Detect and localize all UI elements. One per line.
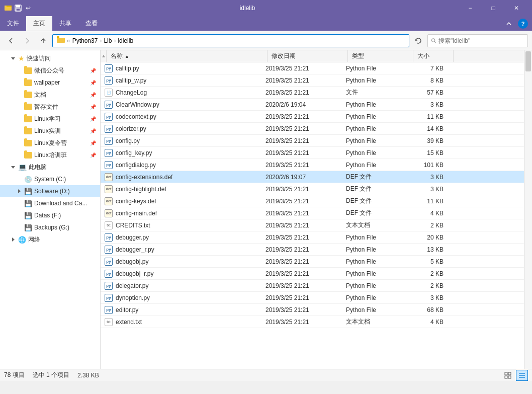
file-date: 2019/3/25 21:21 (261, 147, 342, 159)
refresh-button[interactable] (411, 34, 425, 48)
view-list-button[interactable] (516, 370, 528, 381)
file-date: 2019/3/25 21:21 (261, 135, 342, 146)
sort-indicator (102, 54, 106, 58)
sidebar-item-linux-train[interactable]: Linux实训 📌 (0, 125, 100, 137)
sidebar-section-this-pc[interactable]: 💻 此电脑 (0, 161, 100, 173)
sidebar-section-quick-access[interactable]: ★ 快速访问 (0, 52, 100, 64)
file-row[interactable]: py config_key.py 2019/3/25 21:21 Python … (101, 147, 524, 159)
forward-button[interactable] (20, 34, 34, 48)
file-row[interactable]: txt extend.txt 2019/3/25 21:21 文本文档 4 KB (101, 316, 524, 328)
file-row[interactable]: def config-highlight.def 2019/3/25 21:21… (101, 183, 524, 195)
svg-rect-12 (508, 372, 511, 375)
file-row[interactable]: py debugobj_r.py 2019/3/25 21:21 Python … (101, 268, 524, 280)
window-title: idlelib (36, 5, 459, 12)
help-btn[interactable]: ? (518, 19, 528, 29)
file-row[interactable]: py calltip.py 2019/3/25 21:21 Python Fil… (101, 62, 524, 74)
sidebar-item-wechat[interactable]: 微信公众号 📌 (0, 64, 100, 76)
file-list: py calltip.py 2019/3/25 21:21 Python Fil… (101, 62, 524, 369)
path-part-python37[interactable]: Python37 (72, 37, 98, 44)
def-file-icon: def (105, 185, 113, 193)
file-date: 2019/3/25 21:21 (261, 280, 342, 291)
file-row[interactable]: py delegator.py 2019/3/25 21:21 Python F… (101, 280, 524, 292)
search-icon (431, 38, 436, 44)
tab-file[interactable]: 文件 (0, 16, 26, 31)
tab-view[interactable]: 查看 (78, 16, 105, 31)
file-name: py config_key.py (101, 147, 261, 159)
file-row[interactable]: def config-main.def 2019/3/25 21:21 DEF … (101, 207, 524, 219)
minimize-button[interactable]: − (459, 0, 482, 16)
file-type: Python File (342, 111, 407, 122)
search-input[interactable] (438, 37, 524, 44)
file-name: py calltip.py (101, 62, 261, 74)
file-date: 2019/3/25 21:21 (261, 62, 342, 74)
file-row[interactable]: py codecontext.py 2019/3/25 21:21 Python… (101, 111, 524, 123)
address-path[interactable]: « Python37 › Lib › idlelib (52, 34, 409, 47)
file-row[interactable]: txt CREDITS.txt 2019/3/25 21:21 文本文档 2 K… (101, 219, 524, 231)
svg-rect-14 (508, 376, 511, 378)
file-date: 2019/3/25 21:21 (261, 244, 342, 255)
file-size: 3 KB (407, 171, 448, 183)
path-part-lib[interactable]: Lib (104, 37, 112, 44)
file-row[interactable]: py ClearWindow.py 2020/2/6 19:04 Python … (101, 99, 524, 111)
sidebar-item-linux-summer[interactable]: Linux夏令营 📌 (0, 137, 100, 149)
folder-icon (24, 67, 32, 74)
tab-share[interactable]: 共享 (52, 16, 78, 31)
file-row[interactable]: 📄 ChangeLog 2019/3/25 21:21 文件 57 KB (101, 87, 524, 99)
python-file-icon: py (105, 306, 113, 314)
sidebar-item-documents[interactable]: 文档 📌 (0, 89, 100, 101)
network-icon: 🌐 (18, 236, 26, 244)
file-row[interactable]: py configdialog.py 2019/3/25 21:21 Pytho… (101, 159, 524, 171)
col-header-size[interactable]: 大小 (413, 50, 454, 62)
close-button[interactable]: ✕ (505, 0, 528, 16)
file-row[interactable]: py colorizer.py 2019/3/25 21:21 Python F… (101, 123, 524, 135)
file-size: 5 KB (407, 256, 448, 267)
sidebar-item-linux-training[interactable]: Linux培训班 📌 (0, 149, 100, 161)
svg-line-10 (434, 41, 436, 43)
file-row[interactable]: py config.py 2019/3/25 21:21 Python File… (101, 135, 524, 147)
file-row[interactable]: py dynoption.py 2019/3/25 21:21 Python F… (101, 292, 524, 304)
path-part-idlelib[interactable]: idlelib (118, 37, 133, 44)
def-file-icon: def (105, 173, 113, 181)
file-area: 名称 ▲ 修改日期 类型 大小 py calltip.py 2019/3/25 … (101, 50, 524, 369)
file-date: 2019/3/25 21:21 (261, 231, 342, 243)
sidebar-item-drive-g[interactable]: 💾 Backups (G:) (0, 221, 100, 233)
quick-access-star-icon: ★ (18, 54, 25, 62)
file-row[interactable]: py editor.py 2019/3/25 21:21 Python File… (101, 304, 524, 316)
file-row[interactable]: py debugger_r.py 2019/3/25 21:21 Python … (101, 244, 524, 256)
scroll-indicator[interactable] (524, 50, 532, 369)
sidebar-item-drive-e[interactable]: 💾 Download and Ca... (0, 197, 100, 209)
sidebar-section-network[interactable]: 🌐 网络 (0, 233, 100, 246)
sidebar-item-temp[interactable]: 暂存文件 📌 (0, 101, 100, 113)
col-header-name[interactable]: 名称 ▲ (107, 50, 268, 62)
sidebar-item-drive-f[interactable]: 💾 Datas (F:) (0, 209, 100, 221)
file-date: 2019/3/25 21:21 (261, 207, 342, 219)
sidebar-item-drive-c[interactable]: 💿 System (C:) (0, 173, 100, 185)
svg-point-9 (431, 38, 434, 41)
col-header-type[interactable]: 类型 (348, 50, 413, 62)
maximize-button[interactable]: □ (482, 0, 505, 16)
file-name: py debugobj_r.py (101, 268, 261, 279)
ribbon-collapse-btn[interactable] (502, 17, 516, 31)
sidebar-item-linux-study[interactable]: Linux学习 📌 (0, 113, 100, 125)
view-grid-button[interactable] (502, 370, 514, 381)
file-row[interactable]: def config-keys.def 2019/3/25 21:21 DEF … (101, 195, 524, 207)
sidebar-item-wallpaper[interactable]: wallpaper 📌 (0, 76, 100, 89)
file-name: py debugger.py (101, 231, 261, 243)
file-row[interactable]: def config-extensions.def 2020/2/6 19:07… (101, 171, 524, 183)
file-date: 2019/3/25 21:21 (261, 292, 342, 303)
tab-home[interactable]: 主页 (26, 16, 52, 31)
status-bar: 78 项目 选中 1 个项目 2.38 KB (0, 369, 532, 381)
file-row[interactable]: py debugger.py 2019/3/25 21:21 Python Fi… (101, 231, 524, 244)
sidebar-item-drive-d[interactable]: 💾 Software (D:) (0, 185, 100, 197)
file-row[interactable]: py debugobj.py 2019/3/25 21:21 Python Fi… (101, 256, 524, 268)
file-type: 文件 (342, 87, 407, 98)
file-row[interactable]: py calltip_w.py 2019/3/25 21:21 Python F… (101, 74, 524, 87)
window-controls[interactable]: − □ ✕ (459, 0, 528, 16)
file-type: DEF 文件 (342, 195, 407, 207)
col-header-date[interactable]: 修改日期 (268, 50, 348, 62)
file-size: 11 KB (407, 111, 448, 122)
up-button[interactable] (36, 34, 50, 48)
back-button[interactable] (4, 34, 18, 48)
search-box[interactable] (427, 34, 528, 47)
file-date: 2019/3/25 21:21 (261, 183, 342, 195)
